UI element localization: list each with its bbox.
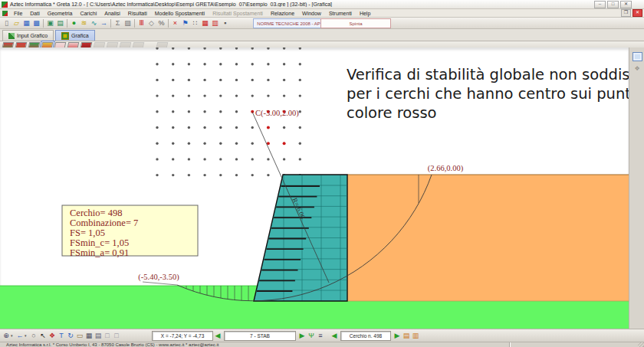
menu-modello-spostamenti[interactable]: Modello Spostamenti	[151, 11, 209, 16]
info-cerchio: Cerchio= 498	[70, 208, 123, 218]
restore-child-button[interactable]: ❐	[621, 9, 631, 17]
close-button[interactable]: ✕	[620, 1, 632, 8]
cursor-icon[interactable]: ↖	[38, 331, 48, 341]
menu-geometria[interactable]: Geometria	[44, 11, 77, 16]
center-point	[219, 142, 222, 145]
grid-icon[interactable]: ▦	[84, 331, 94, 341]
menu-help[interactable]: Help	[356, 11, 374, 16]
menu-relazione[interactable]: Relazione	[267, 11, 298, 16]
edit-grid-icon[interactable]: ▨	[123, 18, 133, 28]
entry-coord-label: (-5.40,-3.50)	[138, 273, 179, 282]
zoom-window-icon[interactable]	[632, 52, 642, 61]
menu-dati[interactable]: Dati	[26, 11, 43, 16]
percent-icon[interactable]: %	[156, 18, 166, 28]
polygon-icon[interactable]: ◇	[146, 18, 156, 28]
center-point	[172, 126, 174, 129]
view-tabs: Input Grafico Grafica	[0, 29, 644, 41]
tab-label: Grafica	[71, 33, 89, 38]
menu-analisi[interactable]: Analisi	[100, 11, 124, 16]
units-icon[interactable]: ▣	[45, 18, 55, 28]
title-bar: Aztec Informatica * Greta 12.0 - [ C:\Us…	[0, 0, 644, 9]
tab-label: Input Grafico	[17, 33, 48, 38]
open-file-icon[interactable]: ▱	[12, 18, 21, 28]
zoom-icon[interactable]: ⊕	[2, 331, 11, 341]
prev-circle-button[interactable]: ◀	[330, 331, 339, 341]
run-analysis-icon[interactable]: →	[99, 18, 109, 28]
center-point	[267, 158, 269, 160]
center-point	[283, 158, 285, 160]
norme-tecniche-button[interactable]: NORME TECNICHE 2008 - AP 2	[253, 18, 328, 28]
materials-icon[interactable]: ●	[69, 18, 79, 28]
close-child-button[interactable]: ✕	[632, 9, 642, 17]
page-icon[interactable]: □	[103, 331, 112, 341]
stability-chart-icon[interactable]: Ψ	[307, 331, 316, 341]
print-icon[interactable]: ▤	[94, 331, 103, 341]
center-point	[299, 110, 301, 113]
new-file-icon[interactable]: ▯	[2, 18, 12, 28]
info-combinazione: Combinazione= 7	[70, 218, 138, 228]
save-all-icon[interactable]: ▩	[31, 18, 41, 28]
next-circle-button[interactable]: ▶	[393, 331, 402, 341]
refresh-icon[interactable]: ↻	[66, 331, 75, 341]
tab-input-grafico[interactable]: Input Grafico	[2, 30, 54, 41]
grid-red2-icon[interactable]: ▥	[210, 18, 220, 28]
toolbar-separator	[67, 19, 67, 28]
center-point	[203, 142, 205, 145]
main-toolbar: ▯▱▦▩▣▤●≋∿→Σ▨Ⅲ◇%×⚑∷▦▥▪ NORME TECNICHE 200…	[0, 18, 644, 29]
center-point	[235, 110, 238, 113]
circle-select-icon[interactable]: ○	[29, 331, 38, 341]
dots-grid-icon[interactable]: ∷	[190, 18, 200, 28]
save-icon[interactable]: ▦	[21, 18, 31, 28]
center-point	[188, 63, 190, 65]
menu-strumenti[interactable]: Strumenti	[325, 11, 356, 16]
minimize-button[interactable]: –	[594, 1, 606, 8]
menu-window[interactable]: Window	[298, 11, 325, 16]
center-point-red	[283, 142, 286, 145]
center-point	[235, 158, 238, 160]
pan-icon[interactable]: ←	[15, 331, 25, 341]
misc-icon[interactable]: ▪	[220, 18, 230, 28]
verification-message: Verifica di stabilità globale non soddis…	[347, 66, 629, 122]
center-point	[267, 79, 269, 81]
mesh-icon[interactable]: ×	[170, 18, 180, 28]
tab-grafica[interactable]: Grafica	[55, 30, 95, 41]
surface-leader-line	[143, 282, 177, 285]
text-tool-icon[interactable]: T	[57, 331, 66, 341]
center-point	[188, 79, 190, 81]
menu-file[interactable]: File	[10, 11, 26, 16]
center-point	[203, 126, 205, 129]
data-table-icon[interactable]: ▤	[55, 18, 65, 28]
drawing-canvas[interactable]: C(-3.00,2.00) (2.66,0.00) (-5.40,-3.50) …	[0, 47, 629, 329]
center-point	[172, 158, 174, 160]
prev-phase-button[interactable]: ◀	[213, 331, 222, 341]
results-table-icon[interactable]: ≡	[316, 331, 325, 341]
center-point	[251, 94, 254, 97]
grid-red-icon[interactable]: ▦	[200, 18, 210, 28]
spinta-button[interactable]: Spinta	[320, 18, 391, 28]
redraw-icon[interactable]: ❖	[48, 331, 57, 341]
loads-icon[interactable]: Ⅲ	[136, 18, 146, 28]
next-phase-button[interactable]: ▶	[297, 331, 307, 341]
center-point	[172, 63, 174, 65]
flag-icon[interactable]: ⚑	[180, 18, 190, 28]
center-point	[219, 47, 222, 50]
profile-icon[interactable]: ∿	[89, 18, 99, 28]
center-point	[172, 47, 174, 50]
center-point	[188, 94, 190, 97]
maximize-button[interactable]: □	[607, 1, 619, 8]
center-point	[267, 47, 269, 50]
pan-hand-icon[interactable]: ❖	[633, 65, 641, 72]
ruler-icon[interactable]: ▭	[75, 331, 84, 341]
chart-icon[interactable]: Σ	[113, 18, 123, 28]
circle-combo[interactable]: Cerchio n. 498	[340, 331, 391, 341]
report-book2-icon[interactable]: ▥	[411, 331, 420, 341]
resize-grip[interactable]	[638, 342, 644, 347]
report-book-icon[interactable]: ▤	[402, 331, 411, 341]
layers-icon[interactable]: ≋	[79, 18, 89, 28]
copy-page-icon[interactable]: □	[112, 331, 121, 341]
center-point	[188, 158, 190, 160]
menu-carichi[interactable]: Carichi	[76, 11, 100, 16]
phase-combo[interactable]: 7 - STAB	[224, 331, 296, 341]
menu-risultati[interactable]: Risultati	[124, 11, 151, 16]
toolbar-separator	[134, 19, 135, 28]
